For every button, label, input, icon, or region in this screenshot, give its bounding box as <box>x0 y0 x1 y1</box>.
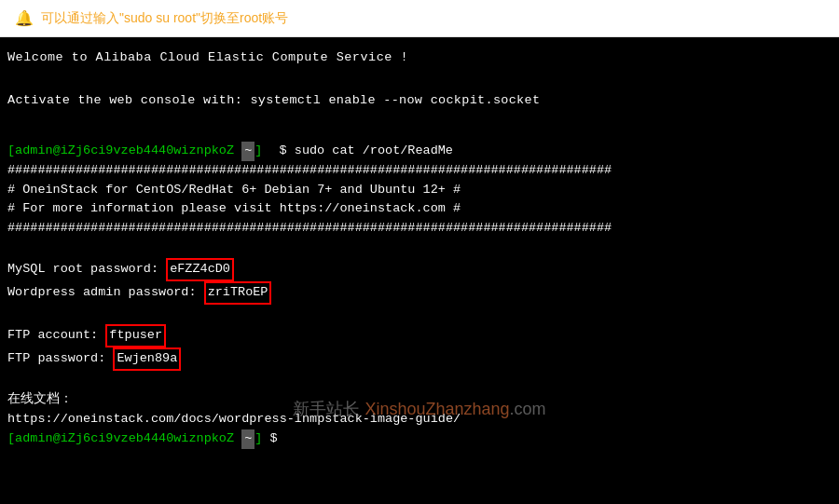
comment-line-1: # OneinStack for CentOS/RedHat 6+ Debian… <box>7 181 832 200</box>
blank-line-5 <box>7 371 832 390</box>
online-docs-label: 在线文档： <box>7 390 832 410</box>
wordpress-password-line: Wordpress admin password: zriTRoEP <box>7 281 832 305</box>
prompt-line-2: [admin@iZj6ci9vzeb4440wiznpkoZ ~] $ <box>7 429 832 449</box>
wordpress-password-box: zriTRoEP <box>204 281 272 305</box>
blank-line-1 <box>7 72 832 91</box>
top-bar-message: 可以通过输入"sudo su root"切换至root账号 <box>41 10 288 27</box>
hash-line-1: ########################################… <box>7 161 832 181</box>
ftp-password-box: Ewjen89a <box>113 347 181 371</box>
mysql-password-box: eFZZ4cD0 <box>166 258 234 281</box>
prompt2-bracket-close: ] <box>254 429 262 449</box>
prompt-tilde: ~ <box>241 142 254 161</box>
top-bar: 🔔 可以通过输入"sudo su root"切换至root账号 <box>0 0 839 37</box>
online-docs-url: https://oneinstack.com/docs/wordpress-ln… <box>7 410 832 429</box>
bell-icon: 🔔 <box>15 9 34 28</box>
prompt2-tilde: ~ <box>241 429 254 449</box>
prompt-line-1: [admin@iZj6ci9vzeb4440wiznpkoZ ~] $ sudo… <box>7 142 832 161</box>
welcome-line: Welcome to Alibaba Cloud Elastic Compute… <box>7 48 832 68</box>
prompt2-user: admin <box>15 429 53 449</box>
ftp-account-label: FTP account: <box>7 328 98 342</box>
wordpress-label: Wordpress admin password: <box>7 285 197 299</box>
ftp-password-line: FTP password: Ewjen89a <box>7 347 832 371</box>
prompt2-dollar: $ <box>262 429 277 449</box>
mysql-password-line: MySQL root password: eFZZ4cD0 <box>7 258 832 281</box>
prompt-user: admin <box>15 142 53 161</box>
blank-line-4 <box>7 305 832 324</box>
mysql-label: MySQL root password: <box>7 262 158 276</box>
prompt-dollar <box>264 142 271 161</box>
prompt-bracket-close: ] <box>254 142 262 161</box>
prompt-host: iZj6ci9vzeb4440wiznpkoZ <box>61 142 234 161</box>
hash-line-2: ########################################… <box>7 219 832 238</box>
ftp-password-label: FTP password: <box>7 351 105 365</box>
prompt-bracket-open: [ <box>7 142 15 161</box>
prompt2-at: @ <box>53 429 61 449</box>
comment-line-2: # For more information please visit http… <box>7 199 832 219</box>
ftp-account-line: FTP account: ftpuser <box>7 324 832 347</box>
prompt2-bracket-open: [ <box>7 429 15 449</box>
prompt-at: @ <box>53 142 61 161</box>
prompt2-host: iZj6ci9vzeb4440wiznpkoZ <box>61 429 234 449</box>
ftp-account-box: ftpuser <box>105 324 166 347</box>
terminal: Welcome to Alibaba Cloud Elastic Compute… <box>0 37 839 504</box>
blank-line-2 <box>7 122 832 142</box>
blank-line-3 <box>7 238 832 258</box>
activate-line: Activate the web console with: systemctl… <box>7 91 832 111</box>
